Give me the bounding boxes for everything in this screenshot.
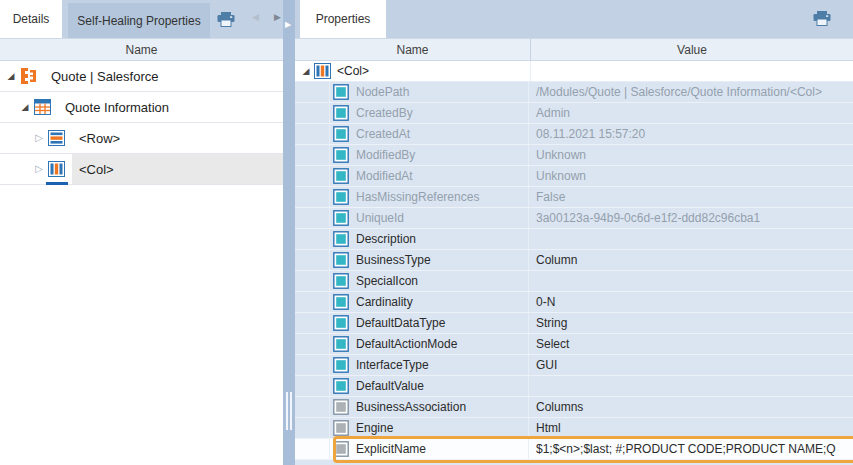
expand-arrow-icon[interactable]: ▷ — [32, 164, 46, 174]
property-row-uniqueid[interactable]: UniqueId3a00123a-94b9-0c6d-e1f2-ddd82c96… — [295, 208, 853, 229]
property-name: CreatedBy — [356, 106, 413, 120]
gray-square-icon — [333, 441, 349, 457]
property-row-explicitname[interactable]: ExplicitName$1;$<n>;$last; #;PRODUCT COD… — [295, 439, 853, 460]
property-value-cell[interactable]: Admin — [529, 103, 853, 123]
col-icon — [314, 63, 331, 79]
property-value-cell[interactable]: /Modules/Quote | Salesforce/Quote Inform… — [529, 82, 853, 102]
property-root-value-cell — [531, 61, 853, 81]
property-name-cell: DefaultValue — [330, 376, 529, 396]
property-name: ModifiedAt — [356, 169, 413, 183]
property-name-cell: InterfaceType — [330, 355, 529, 375]
property-name-cell: SpecialIcon — [330, 271, 529, 291]
property-name: BusinessAssociation — [356, 400, 466, 414]
property-value-cell[interactable]: Select — [529, 334, 853, 354]
property-value-cell[interactable]: Unknown — [529, 166, 853, 186]
collapse-panel-icon[interactable]: ▶ — [285, 20, 291, 29]
tab-properties[interactable]: Properties — [300, 0, 386, 38]
teal-square-icon — [333, 147, 349, 163]
property-row-interfacetype[interactable]: InterfaceTypeGUI — [295, 355, 853, 376]
teal-square-icon — [333, 294, 349, 310]
property-row-hasmissingreferences[interactable]: HasMissingReferencesFalse — [295, 187, 853, 208]
property-row-modifiedat[interactable]: ModifiedAtUnknown — [295, 166, 853, 187]
property-name: DefaultDataType — [356, 316, 445, 330]
property-row-modifiedby[interactable]: ModifiedByUnknown — [295, 145, 853, 166]
property-value-cell[interactable]: String — [529, 313, 853, 333]
property-name: SpecialIcon — [356, 274, 418, 288]
tab-details[interactable]: Details — [0, 0, 62, 38]
col-icon — [48, 160, 68, 178]
expand-arrow-icon[interactable]: ▷ — [32, 133, 46, 143]
property-value-cell[interactable]: 08.11.2021 15:57:20 — [529, 124, 853, 144]
property-value-cell[interactable] — [529, 271, 853, 291]
teal-square-icon — [333, 231, 349, 247]
tab-self-healing-properties[interactable]: Self-Healing Properties — [68, 3, 210, 38]
property-value-cell[interactable]: GUI — [529, 355, 853, 375]
property-name-cell: Description — [330, 229, 529, 249]
property-row-createdby[interactable]: CreatedByAdmin — [295, 103, 853, 124]
property-name: HasMissingReferences — [356, 190, 479, 204]
collapse-arrow-icon[interactable]: ◢ — [4, 72, 18, 81]
row-gutter — [295, 145, 330, 165]
property-value-cell[interactable]: False — [529, 187, 853, 207]
property-value-cell[interactable]: Column — [529, 250, 853, 270]
gray-square-icon — [333, 399, 349, 415]
tree-column-header-label: Name — [125, 43, 157, 57]
row-gutter — [295, 82, 330, 102]
property-value-cell[interactable]: $1;$<n>;$last; #;PRODUCT CODE;PRODUCT NA… — [529, 439, 853, 459]
property-name: ExplicitName — [356, 442, 426, 456]
tree-item-label: Quote Information — [65, 100, 169, 115]
teal-square-icon — [333, 357, 349, 373]
property-name: ModifiedBy — [356, 148, 415, 162]
property-name: Cardinality — [356, 295, 413, 309]
property-name: DefaultActionMode — [356, 337, 457, 351]
property-root-row[interactable]: ◢ <Col> — [295, 61, 853, 82]
property-row-createdat[interactable]: CreatedAt08.11.2021 15:57:20 — [295, 124, 853, 145]
scroll-tabs-left-icon[interactable]: ◀ — [252, 12, 259, 22]
property-row-nodepath[interactable]: NodePath/Modules/Quote | Salesforce/Quot… — [295, 82, 853, 103]
tree-item-col[interactable]: ▷<Col> — [0, 154, 283, 185]
property-value-cell[interactable]: Html — [529, 418, 853, 438]
property-row-businesstype[interactable]: BusinessTypeColumn — [295, 250, 853, 271]
property-value-cell[interactable]: Columns — [529, 397, 853, 417]
gray-square-icon — [333, 420, 349, 436]
teal-square-icon — [333, 105, 349, 121]
tree-item-quote-salesforce[interactable]: ◢Quote | Salesforce — [0, 61, 283, 92]
panel-splitter[interactable]: ▶ — [283, 0, 295, 465]
property-row-specialicon[interactable]: SpecialIcon — [295, 271, 853, 292]
property-value-cell[interactable] — [529, 229, 853, 249]
property-name-cell: DefaultDataType — [330, 313, 529, 333]
collapse-arrow-icon[interactable]: ◢ — [300, 67, 312, 76]
property-root-name-cell: ◢ <Col> — [295, 61, 531, 81]
property-row-defaultvalue[interactable]: DefaultValue — [295, 376, 853, 397]
teal-square-icon — [333, 189, 349, 205]
splitter-grip-icon[interactable] — [286, 392, 292, 430]
print-icon[interactable] — [813, 11, 831, 26]
property-row-defaultdatatype[interactable]: DefaultDataTypeString — [295, 313, 853, 334]
property-name-cell: HasMissingReferences — [330, 187, 529, 207]
tree-item-quote-information[interactable]: ◢Quote Information — [0, 92, 283, 123]
property-name: DefaultValue — [356, 379, 424, 393]
property-name-cell: BusinessAssociation — [330, 397, 529, 417]
property-root-label: <Col> — [337, 64, 369, 78]
property-row-businessassociation[interactable]: BusinessAssociationColumns — [295, 397, 853, 418]
row-gutter — [295, 376, 330, 396]
table-icon — [34, 98, 54, 116]
tree-item-row[interactable]: ▷<Row> — [0, 123, 283, 154]
property-row-description[interactable]: Description — [295, 229, 853, 250]
property-row-engine[interactable]: EngineHtml — [295, 418, 853, 439]
property-row-defaultactionmode[interactable]: DefaultActionModeSelect — [295, 334, 853, 355]
row-gutter — [295, 439, 330, 459]
teal-square-icon — [333, 336, 349, 352]
collapse-arrow-icon[interactable]: ◢ — [18, 103, 32, 112]
properties-grid: NodePath/Modules/Quote | Salesforce/Quot… — [295, 82, 853, 460]
property-value-cell[interactable]: Unknown — [529, 145, 853, 165]
property-value-cell[interactable]: 0-N — [529, 292, 853, 312]
property-value-cell[interactable] — [529, 376, 853, 396]
print-icon[interactable] — [217, 0, 235, 38]
property-name-cell: Cardinality — [330, 292, 529, 312]
property-value-cell[interactable]: 3a00123a-94b9-0c6d-e1f2-ddd82c96cba1 — [529, 208, 853, 228]
scroll-tabs-right-icon[interactable]: ▶ — [274, 12, 281, 22]
property-row-cardinality[interactable]: Cardinality0-N — [295, 292, 853, 313]
teal-square-icon — [333, 84, 349, 100]
teal-square-icon — [333, 168, 349, 184]
